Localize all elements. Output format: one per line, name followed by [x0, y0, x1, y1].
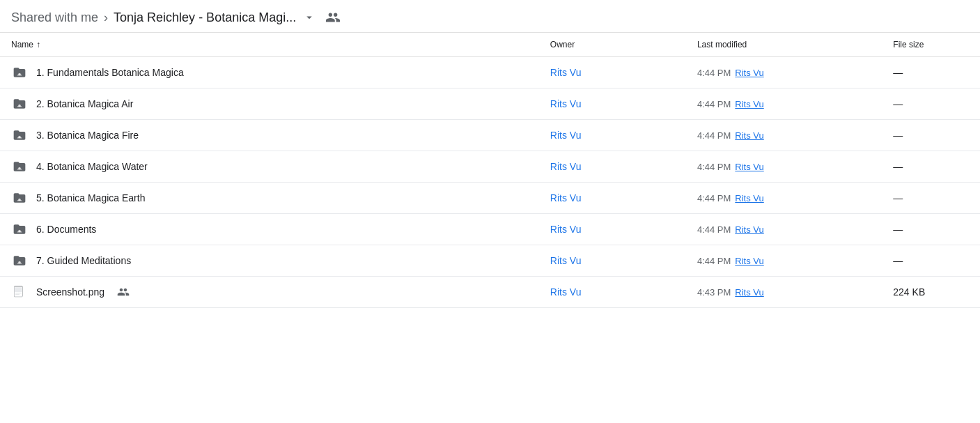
breadcrumb-bar: Shared with me › Tonja Reichley - Botani… — [0, 0, 980, 33]
owner-link[interactable]: Rits Vu — [550, 192, 582, 203]
modified-cell: 4:44 PMRits Vu — [686, 89, 882, 120]
modified-cell: 4:44 PMRits Vu — [686, 214, 882, 245]
owner-cell: Rits Vu — [539, 120, 686, 151]
modified-cell: 4:43 PMRits Vu — [686, 277, 882, 308]
name-cell: 1. Fundamentals Botanica Magica — [0, 57, 539, 89]
owner-cell: Rits Vu — [539, 214, 686, 245]
modified-owner-link[interactable]: Rits Vu — [735, 130, 763, 141]
table-row[interactable]: 5. Botanica Magica EarthRits Vu4:44 PMRi… — [0, 183, 980, 214]
owner-link[interactable]: Rits Vu — [550, 130, 582, 141]
file-name: 4. Botanica Magica Water — [36, 161, 148, 172]
svg-rect-3 — [15, 287, 22, 292]
modified-time: 4:44 PM — [697, 256, 731, 266]
table-row[interactable]: 1. Fundamentals Botanica MagicaRits Vu4:… — [0, 57, 980, 89]
name-cell: 6. Documents — [0, 214, 539, 245]
file-name: 1. Fundamentals Botanica Magica — [36, 67, 184, 78]
breadcrumb-people-button[interactable] — [325, 10, 341, 25]
size-cell: — — [882, 89, 980, 120]
file-name: 3. Botanica Magica Fire — [36, 130, 139, 141]
name-cell: 3. Botanica Magica Fire — [0, 120, 539, 151]
modified-time: 4:44 PM — [697, 130, 731, 141]
table-header-row: Name ↑ Owner Last modified File size — [0, 33, 980, 57]
name-cell: 7. Guided Meditations — [0, 245, 539, 277]
owner-link[interactable]: Rits Vu — [550, 67, 582, 78]
modified-owner-link[interactable]: Rits Vu — [735, 193, 763, 203]
modified-owner-link[interactable]: Rits Vu — [735, 287, 763, 298]
modified-time: 4:44 PM — [697, 193, 731, 203]
file-name: Screenshot.png — [36, 286, 104, 298]
modified-time: 4:43 PM — [697, 287, 731, 298]
owner-link[interactable]: Rits Vu — [550, 224, 582, 235]
file-table: Name ↑ Owner Last modified File size 1. … — [0, 33, 980, 308]
table-row[interactable]: 7. Guided MeditationsRits Vu4:44 PMRits … — [0, 245, 980, 277]
name-cell: 2. Botanica Magica Air — [0, 89, 539, 120]
shared-people-icon — [117, 286, 130, 298]
size-cell: — — [882, 245, 980, 277]
size-cell: — — [882, 120, 980, 151]
name-cell: Screenshot.png — [0, 277, 539, 308]
table-row[interactable]: 4. Botanica Magica WaterRits Vu4:44 PMRi… — [0, 151, 980, 183]
owner-cell: Rits Vu — [539, 57, 686, 89]
table-row[interactable]: 2. Botanica Magica AirRits Vu4:44 PMRits… — [0, 89, 980, 120]
file-name: 6. Documents — [36, 224, 96, 235]
modified-owner-link[interactable]: Rits Vu — [735, 224, 763, 235]
owner-cell: Rits Vu — [539, 277, 686, 308]
modified-owner-link[interactable]: Rits Vu — [735, 99, 763, 109]
size-cell: — — [882, 183, 980, 214]
modified-cell: 4:44 PMRits Vu — [686, 245, 882, 277]
shared-folder-icon — [11, 64, 28, 81]
owner-cell: Rits Vu — [539, 245, 686, 277]
owner-cell: Rits Vu — [539, 89, 686, 120]
modified-cell: 4:44 PMRits Vu — [686, 120, 882, 151]
modified-owner-link[interactable]: Rits Vu — [735, 68, 763, 78]
breadcrumb-dropdown-button[interactable] — [303, 11, 316, 24]
file-name: 7. Guided Meditations — [36, 255, 131, 266]
breadcrumb-parent[interactable]: Shared with me — [11, 10, 98, 25]
owner-link[interactable]: Rits Vu — [550, 161, 582, 172]
shared-folder-icon — [11, 127, 28, 144]
owner-link[interactable]: Rits Vu — [550, 255, 582, 266]
col-header-name[interactable]: Name ↑ — [0, 33, 539, 57]
shared-folder-icon — [11, 190, 28, 206]
col-header-modified[interactable]: Last modified — [686, 33, 882, 57]
name-cell: 4. Botanica Magica Water — [0, 151, 539, 183]
table-row[interactable]: 3. Botanica Magica FireRits Vu4:44 PMRit… — [0, 120, 980, 151]
table-row[interactable]: 6. DocumentsRits Vu4:44 PMRits Vu— — [0, 214, 980, 245]
modified-time: 4:44 PM — [697, 162, 731, 172]
owner-cell: Rits Vu — [539, 151, 686, 183]
size-cell: 224 KB — [882, 277, 980, 308]
modified-cell: 4:44 PMRits Vu — [686, 183, 882, 214]
people-icon — [325, 10, 341, 25]
modified-owner-link[interactable]: Rits Vu — [735, 256, 763, 266]
size-cell: — — [882, 214, 980, 245]
table-row[interactable]: Screenshot.png Rits Vu4:43 PMRits Vu224 … — [0, 277, 980, 308]
size-cell: — — [882, 57, 980, 89]
owner-link[interactable]: Rits Vu — [550, 98, 582, 109]
breadcrumb-separator: › — [104, 10, 108, 25]
breadcrumb-current: Tonja Reichley - Botanica Magi... — [114, 10, 296, 25]
modified-time: 4:44 PM — [697, 224, 731, 235]
owner-link[interactable]: Rits Vu — [550, 286, 582, 298]
file-name: 2. Botanica Magica Air — [36, 98, 133, 109]
modified-time: 4:44 PM — [697, 99, 731, 109]
col-header-size[interactable]: File size — [882, 33, 980, 57]
file-name: 5. Botanica Magica Earth — [36, 192, 145, 203]
modified-time: 4:44 PM — [697, 68, 731, 78]
name-cell: 5. Botanica Magica Earth — [0, 183, 539, 214]
file-icon — [11, 284, 28, 300]
modified-owner-link[interactable]: Rits Vu — [735, 162, 763, 172]
owner-cell: Rits Vu — [539, 183, 686, 214]
shared-folder-icon — [11, 252, 28, 269]
sort-arrow-icon: ↑ — [36, 40, 40, 49]
shared-folder-icon — [11, 221, 28, 238]
modified-cell: 4:44 PMRits Vu — [686, 151, 882, 183]
modified-cell: 4:44 PMRits Vu — [686, 57, 882, 89]
col-header-owner[interactable]: Owner — [539, 33, 686, 57]
shared-folder-icon — [11, 95, 28, 112]
shared-folder-icon — [11, 158, 28, 175]
size-cell: — — [882, 151, 980, 183]
chevron-down-icon — [303, 11, 316, 24]
